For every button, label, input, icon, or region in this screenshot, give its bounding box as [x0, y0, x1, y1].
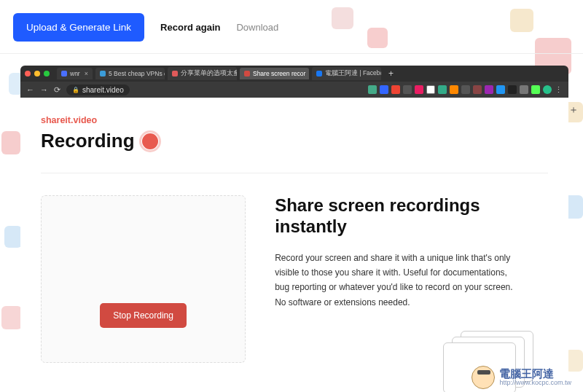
menu-icon[interactable]: ⋮ — [555, 85, 563, 95]
close-tab-icon[interactable]: × — [85, 70, 88, 77]
hero-headline: Share screen recordings instantly — [275, 195, 548, 238]
browser-tab[interactable]: wnr× — [57, 68, 93, 79]
extensions-tray: ⋮ — [368, 85, 563, 95]
close-icon[interactable] — [25, 71, 31, 77]
reload-icon[interactable]: ⟳ — [54, 85, 60, 95]
url-text: shareit.video — [82, 86, 124, 94]
recording-label: Recording — [41, 130, 135, 152]
bg-tile — [4, 226, 22, 248]
browser-tab-active[interactable]: Share screen recor× — [240, 68, 309, 79]
watermark: 電腦王阿達 http://www.kocpc.com.tw — [472, 366, 571, 389]
extension-icon[interactable] — [496, 85, 505, 94]
hero-body: Record your screen and share it with a u… — [275, 251, 515, 310]
browser-addressbar: ← → ⟳ 🔒 shareit.video ⋮ — [20, 82, 568, 98]
extension-icon[interactable] — [473, 85, 482, 94]
bg-tile — [1, 131, 20, 154]
extension-icon[interactable] — [391, 85, 400, 94]
browser-tab[interactable]: 分享菜单的选项太多太对× — [168, 67, 237, 80]
upload-generate-link-button[interactable]: Upload & Generate Link — [13, 13, 144, 42]
new-tab-button[interactable]: + — [384, 68, 398, 79]
url-field[interactable]: 🔒 shareit.video — [66, 85, 130, 95]
watermark-url: http://www.kocpc.com.tw — [499, 380, 571, 387]
record-again-link[interactable]: Record again — [160, 22, 220, 33]
extension-icon[interactable] — [403, 85, 412, 94]
extension-icon[interactable] — [461, 85, 470, 94]
watermark-avatar-icon — [472, 366, 495, 389]
back-icon[interactable]: ← — [26, 85, 34, 94]
tab-label: 分享菜单的选项太多太对 — [181, 69, 237, 78]
extension-icon[interactable] — [426, 85, 435, 94]
window-controls — [25, 71, 50, 77]
forward-icon[interactable]: → — [40, 85, 48, 94]
stop-recording-button[interactable]: Stop Recording — [100, 303, 187, 328]
extension-icon[interactable] — [380, 85, 388, 94]
extension-icon[interactable] — [531, 85, 540, 94]
recording-indicator-icon — [142, 133, 158, 149]
brand-text: shareit.video — [41, 115, 548, 125]
extension-icon[interactable] — [508, 85, 517, 94]
recording-preview-placeholder: Stop Recording — [41, 195, 246, 363]
recording-status: Recording — [41, 130, 548, 152]
tab-label: Share screen recor — [253, 70, 305, 77]
watermark-title: 電腦王阿達 — [499, 368, 571, 380]
extension-icon[interactable] — [520, 85, 528, 94]
browser-tabstrip: wnr× 5 Best cheap VPNs of× 分享菜单的选项太多太对× … — [20, 66, 568, 82]
extension-icon[interactable] — [438, 85, 447, 94]
tab-label: 5 Best cheap VPNs of — [109, 70, 165, 77]
browser-window: wnr× 5 Best cheap VPNs of× 分享菜单的选项太多太对× … — [20, 66, 568, 389]
extension-icon[interactable] — [485, 85, 493, 94]
tab-label: wnr — [70, 70, 80, 77]
tab-label: 電腦王阿達 | Facebook — [325, 69, 381, 78]
bg-tile — [1, 306, 22, 329]
page-content: shareit.video Recording Stop Recording S… — [20, 98, 568, 389]
browser-tab[interactable]: 5 Best cheap VPNs of× — [95, 68, 165, 79]
extension-icon[interactable] — [368, 85, 377, 94]
minimize-icon[interactable] — [34, 71, 40, 77]
action-bar: Upload & Generate Link Record again Down… — [0, 0, 583, 54]
browser-tab[interactable]: 電腦王阿達 | Facebook× — [312, 67, 381, 80]
lock-icon: 🔒 — [72, 87, 79, 93]
maximize-icon[interactable] — [44, 71, 50, 77]
download-link[interactable]: Download — [236, 22, 278, 33]
profile-avatar[interactable] — [543, 85, 552, 94]
extension-icon[interactable] — [450, 85, 458, 94]
crosshair-icon: ＋ — [568, 103, 579, 117]
extension-icon[interactable] — [415, 85, 423, 94]
